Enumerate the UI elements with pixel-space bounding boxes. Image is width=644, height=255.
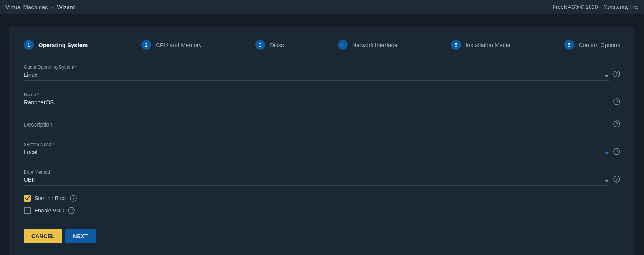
checkbox-label: Enable VNC	[35, 207, 64, 214]
checkbox-label: Start on Boot	[35, 195, 66, 201]
step-label: Operating System	[38, 42, 88, 48]
field-placeholder: Description	[24, 120, 609, 130]
step-label: Network Interface	[352, 42, 398, 48]
step-label: CPU and Memory	[156, 42, 201, 48]
step-cpu-memory[interactable]: 2 CPU and Memory	[141, 40, 201, 50]
next-button[interactable]: NEXT	[65, 229, 96, 243]
step-operating-system[interactable]: 1 Operating System	[24, 40, 88, 50]
step-disks[interactable]: 3 Disks	[255, 40, 284, 50]
wizard-stepper: 1 Operating System 2 CPU and Memory 3 Di…	[24, 40, 620, 50]
help-icon[interactable]: ?	[70, 195, 77, 202]
help-icon[interactable]: ?	[68, 207, 75, 214]
field-label: Guest Operating System	[24, 64, 74, 70]
field-label: System clock	[24, 142, 51, 147]
field-value: UEFI	[24, 175, 609, 185]
wizard-card: 1 Operating System 2 CPU and Memory 3 Di…	[9, 27, 635, 255]
step-label: Confirm Options	[579, 42, 620, 48]
field-value: Local	[24, 147, 609, 158]
svg-text:?: ?	[70, 208, 73, 213]
step-connector	[92, 45, 137, 45]
required-marker: *	[37, 92, 39, 97]
cancel-button[interactable]: CANCEL	[24, 229, 62, 243]
svg-text:?: ?	[616, 72, 618, 76]
help-icon[interactable]: ?	[613, 98, 620, 105]
svg-text:?: ?	[616, 177, 618, 181]
svg-text:?: ?	[616, 149, 618, 154]
field-value: RancherOS	[24, 97, 609, 108]
help-icon[interactable]: ?	[613, 176, 620, 183]
step-label: Installation Media	[466, 42, 510, 48]
step-badge: 3	[255, 40, 265, 50]
field-label: Boot Method	[24, 169, 50, 175]
start-on-boot-checkbox[interactable]: Start on Boot ?	[24, 195, 620, 202]
step-connector	[402, 45, 446, 45]
breadcrumb-root[interactable]: Virtual Machines	[5, 4, 48, 10]
guest-os-select[interactable]: Guest Operating System* Linux	[24, 59, 609, 81]
step-badge: 6	[564, 40, 574, 50]
checkbox-icon	[24, 195, 31, 202]
svg-text:?: ?	[616, 99, 618, 104]
system-clock-select[interactable]: System clock* Local	[24, 137, 609, 158]
help-icon[interactable]: ?	[613, 148, 620, 155]
step-badge: 2	[141, 40, 151, 50]
copyright-text: FreeNAS® © 2020 - iXsystems, Inc.	[553, 4, 639, 10]
svg-text:?: ?	[616, 122, 618, 126]
step-badge: 5	[451, 40, 461, 50]
step-label: Disks	[270, 42, 284, 48]
step-connector	[289, 45, 333, 45]
field-value: Linux	[24, 70, 609, 80]
help-icon[interactable]: ?	[613, 71, 620, 77]
step-connector	[515, 45, 560, 45]
name-field[interactable]: Name* RancherOS	[24, 87, 609, 108]
svg-text:?: ?	[72, 196, 74, 201]
step-connector	[206, 45, 251, 45]
step-installation-media[interactable]: 5 Installation Media	[451, 40, 510, 50]
required-marker: *	[75, 64, 77, 70]
help-icon[interactable]: ?	[613, 120, 620, 127]
breadcrumb-separator: /	[52, 4, 53, 10]
boot-method-select[interactable]: Boot Method UEFI	[24, 164, 609, 186]
required-marker: *	[52, 142, 54, 147]
step-badge: 4	[338, 40, 348, 50]
description-field[interactable]: Description	[24, 114, 609, 130]
step-badge: 1	[24, 40, 34, 50]
enable-vnc-checkbox[interactable]: Enable VNC ?	[24, 207, 620, 214]
step-confirm-options[interactable]: 6 Confirm Options	[564, 40, 620, 50]
breadcrumb-current: Wizard	[57, 4, 75, 10]
step-network-interface[interactable]: 4 Network Interface	[338, 40, 398, 50]
breadcrumb: Virtual Machines / Wizard	[5, 4, 75, 10]
field-label: Name	[24, 92, 36, 97]
checkbox-icon	[24, 207, 31, 214]
